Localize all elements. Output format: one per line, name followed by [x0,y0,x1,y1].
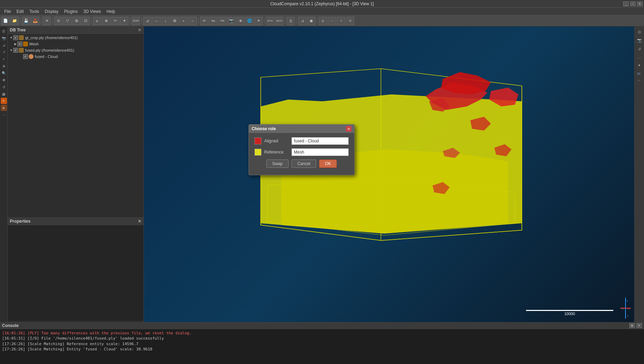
titlebar-controls[interactable]: _ □ ✕ [623,1,643,6]
properties-content [8,225,143,321]
left-icon-zoom[interactable]: 🔍 [1,70,7,76]
toolbar-dist[interactable]: ⊿ [143,17,151,25]
left-sidebar: DB Tree ✕ ▼ gt_crop.ply (/home/silence40… [8,27,144,322]
toolbar-profile[interactable]: ⊿ [298,17,306,25]
toolbar-dist4[interactable]: ⊞ [170,17,179,25]
dialog-close-button[interactable]: ✕ [346,126,351,132]
left-icon-layers[interactable]: ☰ [1,28,7,34]
toolbar-fm[interactable]: FM [218,17,227,25]
menu-3dviews[interactable]: 3D Views [81,8,104,15]
toolbar-dist2[interactable]: ↔ [152,17,161,25]
console-line-0: [16:01:26] [PLY] Too many differences wi… [2,330,642,336]
scale-label: 10000 [564,312,575,316]
toolbar-filter[interactable]: ▽ [63,17,72,25]
ok-button[interactable]: OK [319,159,337,168]
tree-item-mesh[interactable]: ▶ Mesh [8,41,143,47]
toolbar-plus[interactable]: + [179,17,188,25]
menu-help[interactable]: Help [104,8,118,15]
left-icon-back[interactable]: B [1,105,7,111]
tree-item-fusedcloud[interactable]: fused - Cloud [8,53,143,60]
toolbar-nc[interactable]: N+C [266,17,274,25]
toolbar-sf[interactable]: SF [200,17,208,25]
toolbar-dist3[interactable]: ↕ [161,17,170,25]
toolbar-save2[interactable]: 📥 [31,17,39,25]
svg-text:X: X [628,307,630,310]
aligned-input[interactable] [291,137,349,145]
right-icon-topo[interactable]: ⌒ [636,78,643,86]
left-icon-move[interactable]: ✥ [1,77,7,83]
left-icon-camera[interactable]: 📷 [1,35,7,41]
right-icon-ruler[interactable]: ⊿ [636,45,643,52]
toolbar-minus[interactable]: − [188,17,197,25]
toolbar-grid[interactable]: ⊞ [72,17,81,25]
console-line-3: [17:26:26] [Scale Matching] Entity 'fuse… [2,347,642,352]
toolbar-t2[interactable]: ↔ [328,17,336,25]
tree-check-mesh[interactable] [17,42,22,46]
tree-arrow-mesh: ▶ [13,42,17,46]
left-icon-plus[interactable]: + [1,56,7,62]
left-icon-arrow[interactable]: ↗ [1,49,7,55]
toolbar-mls[interactable]: MLS [275,17,283,25]
right-icon-dots[interactable]: … [636,53,643,61]
cancel-button[interactable]: Cancel [291,159,316,168]
right-icon-n[interactable]: N↑ [636,70,643,77]
toolbar-s1[interactable]: S [287,17,295,25]
toolbar-scissor[interactable]: ✂ [111,17,119,25]
properties-close-button[interactable]: ✕ [138,219,141,224]
toolbar-plane[interactable]: ✦ [120,17,128,25]
viewport[interactable]: 10000 Y X -X -Y Choose role ✕ [144,27,634,322]
toolbar-compass2[interactable]: ◉ [307,17,316,25]
minimize-button[interactable]: _ [623,1,629,6]
left-icon-front[interactable]: F [1,98,7,104]
toolbar-t4[interactable]: ⊡ [346,17,354,25]
toolbar-sor[interactable]: SOR [132,17,140,25]
right-icon-camera[interactable]: 📷 [636,36,643,44]
toolbar-open[interactable]: 📁 [10,17,19,25]
close-button[interactable]: ✕ [637,1,643,6]
toolbar-new[interactable]: 📄 [1,17,10,25]
dialog-reference-row: Reference [254,148,349,156]
toolbar-view[interactable]: 👁 [236,17,245,25]
menu-edit[interactable]: Edit [14,8,27,15]
toolbar-t1[interactable]: ||| [319,17,327,25]
toolbar-camera[interactable]: 📷 [227,17,236,25]
toolbar-sep8 [264,17,265,24]
toolbar-sep2 [41,17,41,24]
left-icon-select[interactable]: ⊕ [1,63,7,69]
tree-check-fusedcloud[interactable] [23,54,28,59]
right-icon-compass[interactable]: ✦ [636,61,643,69]
menu-plugins[interactable]: Plugins [61,8,80,15]
toolbar-save[interactable]: 💾 [22,17,30,25]
left-icon-layers2[interactable]: ▦ [1,91,7,97]
menu-tools[interactable]: Tools [27,8,42,15]
console-controls[interactable]: ⊞ ✕ [629,323,642,328]
tree-item-fused[interactable]: ▼ fused.ply (/home/silence401) [8,47,143,53]
tree-arrow-fused: ▼ [9,48,13,52]
reference-input[interactable] [291,148,349,156]
swap-button[interactable]: Swap [266,159,289,168]
console-btn2[interactable]: ✕ [636,323,642,328]
left-icon-ruler[interactable]: ⊿ [1,42,7,48]
tree-check-fused[interactable] [13,48,18,53]
toolbar-select[interactable]: ⊕ [102,17,110,25]
toolbar-subsample[interactable]: ⊡ [81,17,90,25]
right-icon-target[interactable]: ◎ [636,28,643,36]
left-icon-strip: ☰ 📷 ⊿ ↗ + ⊕ 🔍 ✥ ↺ ▦ F B ⋯ [0,27,8,322]
toolbar-delete[interactable]: ✕ [43,17,51,25]
toolbar-globe[interactable]: 🌐 [245,17,254,25]
left-icon-dots[interactable]: ⋯ [1,112,7,118]
toolbar-sample[interactable]: ⊙ [54,17,62,25]
maximize-button[interactable]: □ [630,1,636,6]
left-icon-rotate[interactable]: ↺ [1,84,7,90]
console-btn1[interactable]: ⊞ [629,323,635,328]
tree-label-fusedcloud: fused - Cloud [35,54,58,59]
menu-display[interactable]: Display [42,8,61,15]
menu-file[interactable]: File [1,8,14,15]
toolbar-bf[interactable]: Bφ [209,17,217,25]
toolbar-sun[interactable]: ☀ [254,17,263,25]
toolbar-t3[interactable]: ⌖ [337,17,345,25]
dbtree-close-button[interactable]: ✕ [138,28,141,32]
toolbar-stats[interactable]: ≡ [93,17,101,25]
tree-check-gtcrop[interactable] [13,35,18,40]
tree-item-gtcrop[interactable]: ▼ gt_crop.ply (/home/silence401) [8,35,143,41]
